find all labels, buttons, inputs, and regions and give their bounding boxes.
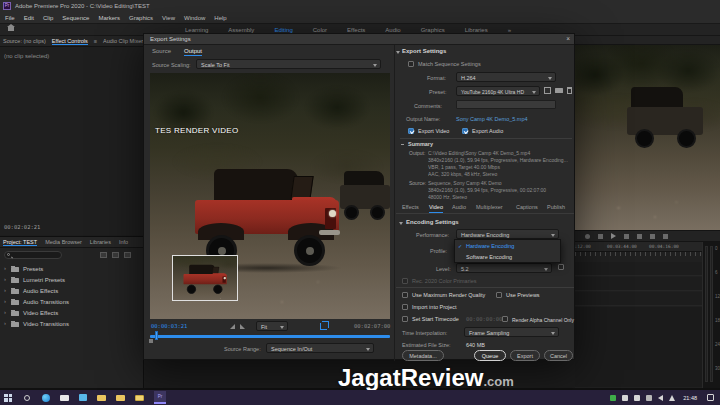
- match-sequence-checkbox[interactable]: [408, 61, 414, 67]
- summary-collapse-icon[interactable]: [401, 144, 404, 145]
- start-timecode-value[interactable]: 00:00:00:00: [466, 316, 502, 322]
- set-in-point-icon[interactable]: [230, 324, 235, 329]
- preset-select[interactable]: YouTube 2160p 4K Ultra HD: [456, 86, 540, 96]
- tab-publish[interactable]: Publish: [547, 204, 565, 210]
- range-handle-left[interactable]: [149, 339, 153, 343]
- tab-effect-controls[interactable]: Effect Controls: [52, 38, 88, 45]
- level-auto-checkbox[interactable]: [558, 264, 564, 270]
- menu-view[interactable]: View: [162, 15, 175, 21]
- tab-project[interactable]: Project: TEST: [3, 239, 37, 246]
- time-interpolation-select[interactable]: Frame Sampling: [464, 327, 559, 337]
- new-bin-icon[interactable]: [124, 252, 131, 258]
- tab-captions[interactable]: Captions: [516, 204, 538, 210]
- delete-preset-icon[interactable]: [567, 87, 572, 94]
- encoding-collapse-icon[interactable]: [399, 222, 403, 225]
- home-icon[interactable]: [8, 27, 14, 31]
- folder-icon[interactable]: [116, 395, 125, 401]
- export-audio-checkbox[interactable]: [462, 128, 468, 134]
- bin-row-audio-effects[interactable]: › Audio Effects: [4, 286, 142, 297]
- format-select[interactable]: H.264: [456, 72, 556, 82]
- save-preset-icon[interactable]: [544, 87, 551, 94]
- step-forward-icon[interactable]: [624, 234, 629, 239]
- taskbar-clock[interactable]: 21:48: [683, 395, 697, 401]
- timeline-track[interactable]: [575, 277, 702, 291]
- notification-center-icon[interactable]: [707, 394, 714, 401]
- timeline-track[interactable]: [575, 292, 702, 306]
- tab-video[interactable]: Video: [429, 204, 443, 213]
- explorer-icon[interactable]: [135, 395, 144, 401]
- preview-scrubber[interactable]: [150, 335, 390, 338]
- bin-row-presets[interactable]: › Presets: [4, 264, 142, 275]
- performance-select[interactable]: Hardware Encoding: [456, 229, 559, 239]
- source-scaling-select[interactable]: Scale To Fit: [196, 59, 381, 69]
- add-marker-icon[interactable]: [585, 234, 590, 239]
- play-icon[interactable]: [611, 233, 616, 239]
- volume-icon[interactable]: [658, 395, 663, 401]
- export-settings-section-header[interactable]: Export Settings: [402, 48, 446, 54]
- menu-window[interactable]: Window: [184, 15, 205, 21]
- edge-icon[interactable]: [42, 394, 50, 402]
- tray-icon-2[interactable]: [634, 395, 640, 401]
- source-range-select[interactable]: Sequence In/Out: [266, 343, 374, 353]
- tab-audio[interactable]: Audio: [452, 204, 466, 210]
- pip-inset[interactable]: [172, 255, 238, 301]
- lift-icon[interactable]: [637, 234, 642, 239]
- render-alpha-checkbox[interactable]: [502, 316, 508, 322]
- tab-multiplexer[interactable]: Multiplexer: [476, 204, 503, 210]
- tab-effects[interactable]: Effects: [402, 204, 419, 210]
- menu-graphics[interactable]: Graphics: [129, 15, 153, 21]
- premiere-taskbar-icon[interactable]: Pr: [154, 391, 166, 404]
- level-select[interactable]: 5.2: [456, 263, 552, 273]
- tab-source[interactable]: Source: [152, 48, 171, 54]
- tray-icon-3[interactable]: [646, 395, 652, 401]
- set-start-timecode-checkbox[interactable]: [402, 316, 408, 322]
- queue-button[interactable]: Queue: [474, 350, 506, 361]
- icon-view-icon[interactable]: [112, 252, 119, 258]
- effect-controls-timecode[interactable]: 00:02:02:21: [4, 224, 40, 230]
- timeline-track[interactable]: [575, 307, 702, 387]
- tab-libraries[interactable]: Libraries: [90, 239, 111, 245]
- timeline-ruler[interactable]: 00:03:12:00 00:03:44:00 00:04:16:00: [575, 242, 702, 252]
- import-preset-icon[interactable]: [555, 88, 563, 93]
- import-into-project-checkbox[interactable]: [402, 304, 408, 310]
- tab-audio-clip-mixer[interactable]: Audio Clip Mixer: Son: [103, 38, 144, 44]
- panel-menu-icon[interactable]: ≡: [94, 38, 97, 44]
- tab-media-browser[interactable]: Media Browser: [45, 239, 82, 245]
- extract-icon[interactable]: [650, 234, 655, 239]
- project-search-input[interactable]: [4, 251, 62, 259]
- store-icon[interactable]: [79, 394, 87, 401]
- tab-output[interactable]: Output: [184, 48, 202, 56]
- menu-option-software-encoding[interactable]: Software Encoding: [455, 252, 560, 263]
- taskbar-search-icon[interactable]: [24, 395, 30, 401]
- menu-file[interactable]: File: [5, 15, 15, 21]
- rec2020-checkbox[interactable]: [402, 278, 408, 284]
- bin-row-video-effects[interactable]: › Video Effects: [4, 308, 142, 319]
- menu-sequence[interactable]: Sequence: [62, 15, 89, 21]
- max-render-quality-checkbox[interactable]: [402, 292, 408, 298]
- export-button[interactable]: Export: [510, 350, 540, 361]
- folder-icon[interactable]: [97, 395, 106, 401]
- tray-icon-1[interactable]: [622, 395, 628, 401]
- export-preview-video[interactable]: TES RENDER VIDEO: [150, 73, 390, 319]
- dialog-title-bar[interactable]: Export Settings ×: [144, 34, 574, 45]
- preview-timecode-current[interactable]: 00:00:03:21: [151, 323, 187, 329]
- menu-edit[interactable]: Edit: [24, 15, 34, 21]
- encoding-settings-header[interactable]: Encoding Settings: [406, 219, 459, 225]
- bin-row-lumetri-presets[interactable]: › Lumetri Presets: [4, 275, 142, 286]
- timeline-track[interactable]: [575, 262, 702, 276]
- start-button[interactable]: [4, 394, 12, 402]
- menu-option-hardware-encoding[interactable]: ✓ Hardware Encoding: [455, 241, 560, 252]
- menu-markers[interactable]: Markers: [98, 15, 120, 21]
- section-collapse-icon[interactable]: [396, 51, 400, 54]
- bin-row-video-transitions[interactable]: › Video Transitions: [4, 319, 142, 330]
- zoom-level-select[interactable]: Fit: [256, 321, 288, 331]
- export-frame-icon[interactable]: [663, 234, 668, 239]
- menu-clip[interactable]: Clip: [43, 15, 53, 21]
- export-video-checkbox[interactable]: [408, 128, 414, 134]
- set-out-point-icon[interactable]: [240, 324, 245, 329]
- tray-icon-green[interactable]: [610, 395, 616, 401]
- playhead[interactable]: [155, 331, 158, 340]
- bin-row-audio-transitions[interactable]: › Audio Transitions: [4, 297, 142, 308]
- mail-icon[interactable]: [60, 395, 69, 401]
- tab-info[interactable]: Info: [119, 239, 128, 245]
